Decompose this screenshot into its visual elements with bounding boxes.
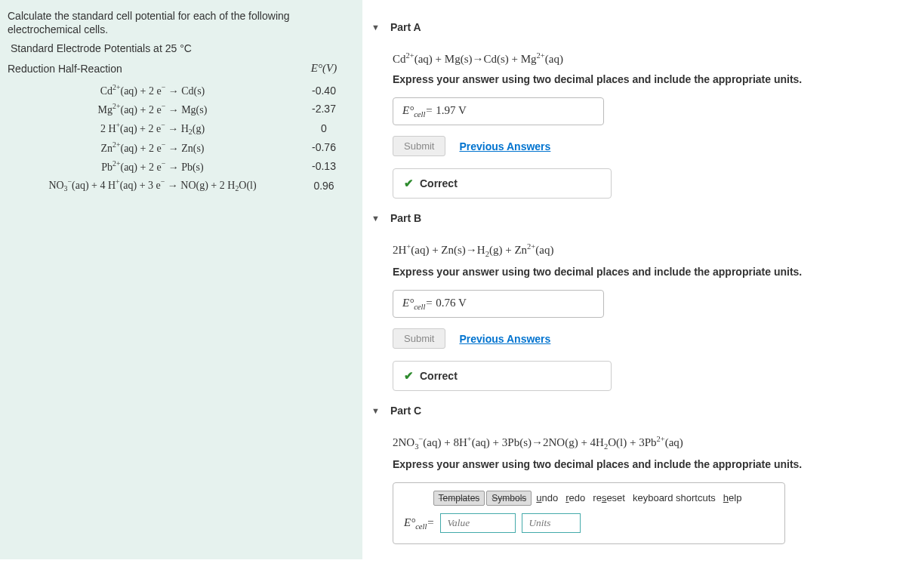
table-row: Pb2+(aq) + 2 e− → Pb(s)-0.13 (8, 157, 350, 176)
col-reaction-header: Reduction Half-Reaction (8, 62, 297, 81)
problem-prompt: Calculate the standard cell potential fo… (8, 9, 350, 36)
reset-button[interactable]: reseset (590, 492, 628, 503)
part-a-header[interactable]: ▼ Part A (371, 21, 876, 33)
table-row: Mg2+(aq) + 2 e− → Mg(s)-2.37 (8, 100, 350, 119)
part-c-instruction: Express your answer using two decimal pl… (393, 458, 876, 470)
undo-button[interactable]: undo (533, 492, 561, 503)
part-a-feedback-text: Correct (420, 177, 458, 189)
part-a-previous-answers-link[interactable]: Previous Answers (459, 140, 550, 152)
potentials-table: Reduction Half-Reaction E°(V) Cd2+(aq) +… (8, 62, 350, 195)
redo-button[interactable]: redo (562, 492, 588, 503)
part-c-header[interactable]: ▼ Part C (371, 405, 876, 417)
part-b-equation: 2H+(aq) + Zn(s)→H2(g) + Zn2+(aq) (393, 242, 876, 258)
part-b-instruction: Express your answer using two decimal pl… (393, 266, 876, 278)
table-row: Zn2+(aq) + 2 e− → Zn(s)-0.76 (8, 138, 350, 157)
check-icon: ✔ (404, 369, 414, 383)
table-row: Cd2+(aq) + 2 e− → Cd(s)-0.40 (8, 81, 350, 100)
check-icon: ✔ (404, 177, 414, 190)
problem-panel: Calculate the standard cell potential fo… (0, 0, 362, 559)
part-b-feedback-text: Correct (420, 370, 458, 382)
keyboard-shortcuts-button[interactable]: keyboard shortcuts (630, 492, 719, 503)
part-a-submit-button[interactable]: Submit (393, 136, 445, 156)
value-input[interactable] (440, 513, 516, 533)
part-b-answer: E°cell= 0.76 V (393, 290, 604, 318)
part-a-instruction: Express your answer using two decimal pl… (393, 73, 876, 85)
part-a-title: Part A (390, 21, 421, 33)
table-row: 2 H+(aq) + 2 e− → H2(g)0 (8, 119, 350, 138)
part-b-title: Part B (390, 212, 421, 224)
part-b-submit-button[interactable]: Submit (393, 328, 445, 349)
ecell-label: E°cell= (404, 516, 434, 531)
parts-panel: ▼ Part A Cd2+(aq) + Mg(s)→Cd(s) + Mg2+(a… (362, 0, 906, 559)
caret-down-icon: ▼ (371, 23, 380, 32)
part-b-feedback: ✔ Correct (393, 361, 612, 391)
templates-button[interactable]: Templates (433, 491, 485, 506)
help-button[interactable]: help (720, 492, 745, 503)
reference-link[interactable]: Standard Electrode Potentials at 25 °C (11, 42, 350, 54)
table-row: NO3−(aq) + 4 H+(aq) + 3 e− → NO(g) + 2 H… (8, 175, 350, 195)
caret-down-icon: ▼ (371, 214, 380, 223)
part-c-equation: 2NO3−(aq) + 8H+(aq) + 3Pb(s)→2NO(g) + 4H… (393, 435, 876, 451)
part-a-feedback: ✔ Correct (393, 168, 612, 199)
part-c-title: Part C (390, 405, 421, 417)
input-toolbar: Templates Symbols undo redo reseset keyb… (404, 491, 774, 506)
symbols-button[interactable]: Symbols (486, 491, 532, 506)
part-b-previous-answers-link[interactable]: Previous Answers (459, 333, 550, 345)
part-b-header[interactable]: ▼ Part B (371, 212, 876, 224)
units-input[interactable] (522, 513, 581, 533)
part-c-input-widget: Templates Symbols undo redo reseset keyb… (393, 482, 785, 544)
col-e-header: E°(V) (297, 62, 350, 81)
caret-down-icon: ▼ (371, 406, 380, 415)
part-a-equation: Cd2+(aq) + Mg(s)→Cd(s) + Mg2+(aq) (393, 51, 876, 66)
part-a-answer: E°cell= 1.97 V (393, 97, 604, 125)
